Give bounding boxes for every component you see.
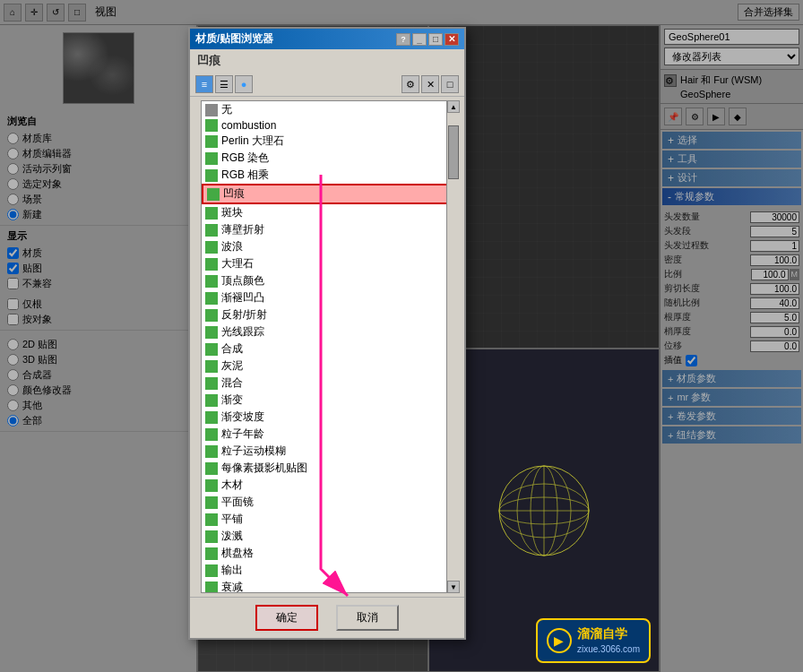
list-item-flat-mirror[interactable]: 平面镜 — [202, 494, 453, 511]
item-color-rgb-dye — [205, 152, 218, 165]
ok-button[interactable]: 确定 — [255, 605, 318, 631]
material-list[interactable]: 无 combustion Perlin 大理石 RGB 染色 RGB 相乘 — [201, 100, 453, 593]
list-item-particle-age[interactable]: 粒子年龄 — [202, 426, 453, 443]
toolbar-close-list[interactable]: ✕ — [421, 75, 439, 93]
item-color-reflect — [205, 309, 218, 322]
list-item-wood[interactable]: 木材 — [202, 477, 453, 494]
list-item-raytrace[interactable]: 光线跟踪 — [202, 323, 453, 340]
list-item-rgb-mult[interactable]: RGB 相乘 — [202, 167, 453, 184]
list-item-stucco[interactable]: 灰泥 — [202, 358, 453, 375]
toolbar-options[interactable]: ⚙ — [402, 75, 419, 93]
list-item-splat2[interactable]: 泼溅 — [202, 528, 453, 545]
toolbar-list-view[interactable]: ≡ — [195, 75, 213, 93]
list-item-vertex-color[interactable]: 顶点颜色 — [202, 272, 453, 289]
minimize-btn[interactable]: _ — [412, 33, 427, 46]
list-item-combustion[interactable]: combustion — [202, 118, 453, 133]
item-color-composite — [205, 343, 218, 356]
item-color-checker — [205, 547, 218, 560]
scroll-up-btn[interactable]: ▲ — [447, 100, 460, 113]
list-item-dent[interactable]: 凹痕 — [202, 184, 453, 204]
item-color-cam-map — [205, 462, 218, 475]
list-item-tiles[interactable]: 平铺 — [202, 511, 453, 528]
list-item-cam-map[interactable]: 每像素摄影机贴图 — [202, 460, 453, 477]
item-color-wood — [205, 479, 218, 492]
item-color-fade-bump — [205, 292, 218, 305]
list-item-thinwall[interactable]: 薄壁折射 — [202, 221, 453, 238]
list-item-splat[interactable]: 斑块 — [202, 204, 453, 221]
cancel-button[interactable]: 取消 — [336, 605, 399, 631]
watermark: ▶ 溜溜自学 zixue.3066.com — [536, 618, 651, 663]
item-color-stucco — [205, 360, 218, 373]
list-item-falloff[interactable]: 衰减 — [202, 579, 453, 593]
list-item-none[interactable]: 无 — [202, 101, 453, 118]
watermark-play-icon: ▶ — [547, 628, 572, 653]
item-color-flat-mirror — [205, 496, 218, 509]
item-color-mix — [205, 377, 218, 390]
item-color-gradient-ramp — [205, 411, 218, 424]
dialog-section-label: 凹痕 — [190, 49, 464, 73]
item-color-thinwall — [205, 224, 218, 237]
close-btn[interactable]: ✕ — [445, 33, 459, 46]
help-btn[interactable]: ? — [396, 33, 410, 46]
list-item-mix[interactable]: 混合 — [202, 375, 453, 392]
item-color-gradient — [205, 394, 218, 407]
list-item-gradient-ramp[interactable]: 渐变坡度 — [202, 409, 453, 426]
item-color-combustion — [205, 119, 218, 132]
list-item-checker[interactable]: 棋盘格 — [202, 545, 453, 562]
list-item-composite[interactable]: 合成 — [202, 340, 453, 358]
item-color-particle-age — [205, 428, 218, 441]
item-color-tiles — [205, 513, 218, 526]
dialog-titlebar: 材质/贴图浏览器 ? _ □ ✕ — [190, 29, 464, 49]
item-color-perlin — [205, 135, 218, 148]
dialog-footer: 确定 取消 — [190, 597, 464, 638]
toolbar-extra[interactable]: □ — [441, 75, 459, 93]
list-item-marble[interactable]: 大理石 — [202, 255, 453, 272]
item-color-waves — [205, 241, 218, 254]
item-color-splat2 — [205, 530, 218, 543]
item-color-splat — [205, 207, 218, 220]
list-item-perlin[interactable]: Perlin 大理石 — [202, 133, 453, 150]
dialog-title: 材质/贴图浏览器 — [195, 31, 273, 47]
toolbar-large-icons[interactable]: ● — [235, 75, 253, 93]
material-browser-dialog: 材质/贴图浏览器 ? _ □ ✕ 凹痕 ≡ ☰ ● ⚙ ✕ □ 无 combus… — [188, 27, 466, 640]
item-color-marble — [205, 258, 218, 271]
list-item-output[interactable]: 输出 — [202, 562, 453, 579]
maximize-btn[interactable]: □ — [428, 33, 443, 46]
item-color-raytrace — [205, 326, 218, 339]
list-item-gradient[interactable]: 渐变 — [202, 392, 453, 409]
item-color-falloff — [205, 582, 218, 594]
scroll-thumb[interactable] — [448, 125, 459, 179]
list-scrollbar[interactable]: ▲ ▼ — [446, 100, 459, 593]
item-color-output — [205, 564, 218, 577]
dialog-toolbar: ≡ ☰ ● ⚙ ✕ □ — [190, 73, 464, 97]
list-wrapper: 无 combustion Perlin 大理石 RGB 染色 RGB 相乘 — [195, 100, 459, 593]
watermark-main-text: 溜溜自学 — [577, 625, 640, 643]
watermark-sub-text: zixue.3066.com — [577, 643, 640, 656]
item-color-dent — [207, 188, 220, 201]
list-item-fade-bump[interactable]: 渐褪凹凸 — [202, 289, 453, 306]
item-color-vertex — [205, 275, 218, 288]
item-color-rgb-mult — [205, 169, 218, 182]
item-color-particle-blur — [205, 445, 218, 458]
list-item-waves[interactable]: 波浪 — [202, 238, 453, 255]
list-item-rgb-dye[interactable]: RGB 染色 — [202, 150, 453, 167]
toolbar-small-icons[interactable]: ☰ — [215, 75, 233, 93]
item-color-none — [205, 104, 218, 116]
list-item-particle-blur[interactable]: 粒子运动模糊 — [202, 443, 453, 460]
scroll-down-btn[interactable]: ▼ — [447, 581, 460, 593]
list-item-reflect-refract[interactable]: 反射/折射 — [202, 306, 453, 323]
titlebar-icons: ? _ □ ✕ — [396, 33, 459, 46]
watermark-text: 溜溜自学 zixue.3066.com — [577, 625, 640, 656]
